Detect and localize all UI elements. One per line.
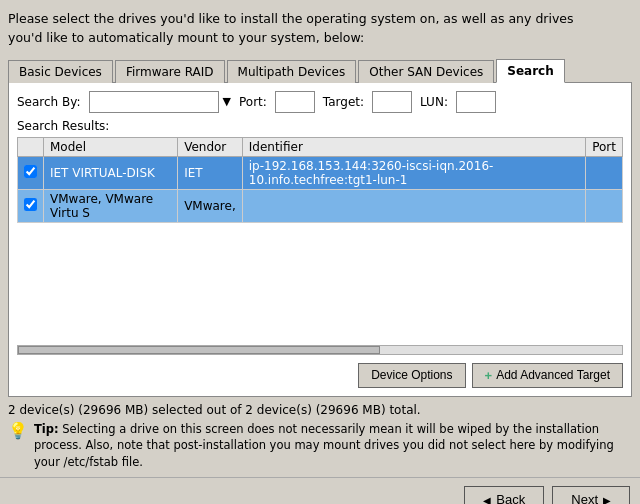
next-arrow-icon xyxy=(603,492,611,504)
row-identifier xyxy=(242,189,585,222)
horizontal-scrollbar[interactable] xyxy=(17,345,623,355)
summary-text: 2 device(s) (29696 MB) selected out of 2… xyxy=(8,403,632,417)
summary-area: 2 device(s) (29696 MB) selected out of 2… xyxy=(0,397,640,477)
search-panel: Search By: ▼ Port: Target: LUN: Search R… xyxy=(8,82,632,397)
lun-input[interactable] xyxy=(456,91,496,113)
next-label: Next xyxy=(571,492,598,504)
row-model: IET VIRTUAL-DISK xyxy=(44,156,178,189)
empty-area xyxy=(17,223,623,343)
target-input[interactable] xyxy=(372,91,412,113)
col-identifier: Identifier xyxy=(242,137,585,156)
scrollbar-thumb[interactable] xyxy=(18,346,380,354)
search-bar: Search By: ▼ Port: Target: LUN: xyxy=(17,91,623,113)
row-checkbox[interactable] xyxy=(18,189,44,222)
search-by-input[interactable] xyxy=(89,91,219,113)
lun-label: LUN: xyxy=(420,95,448,109)
add-advanced-target-button[interactable]: + Add Advanced Target xyxy=(472,363,623,388)
port-label: Port: xyxy=(239,95,267,109)
table-row[interactable]: IET VIRTUAL-DISK IET ip-192.168.153.144:… xyxy=(18,156,623,189)
tab-search[interactable]: Search xyxy=(496,59,564,83)
col-vendor: Vendor xyxy=(178,137,243,156)
dropdown-arrow-icon[interactable]: ▼ xyxy=(223,95,231,108)
row-port xyxy=(586,189,623,222)
target-label: Target: xyxy=(323,95,364,109)
row-vendor: VMware, xyxy=(178,189,243,222)
plus-icon: + xyxy=(485,368,493,383)
tip-row: 💡 Tip: Selecting a drive on this screen … xyxy=(8,421,632,471)
port-input[interactable] xyxy=(275,91,315,113)
tab-firmware-raid[interactable]: Firmware RAID xyxy=(115,60,225,83)
row-identifier: ip-192.168.153.144:3260-iscsi-iqn.2016-1… xyxy=(242,156,585,189)
row-checkbox[interactable] xyxy=(18,156,44,189)
next-button[interactable]: Next xyxy=(552,486,630,504)
device-options-button[interactable]: Device Options xyxy=(358,363,465,388)
tip-content: Selecting a drive on this screen does no… xyxy=(34,422,614,469)
add-advanced-target-label: Add Advanced Target xyxy=(496,368,610,382)
search-by-label: Search By: xyxy=(17,95,81,109)
back-arrow-icon xyxy=(483,492,491,504)
tab-other-san-devices[interactable]: Other SAN Devices xyxy=(358,60,494,83)
table-header-row: Model Vendor Identifier Port xyxy=(18,137,623,156)
tip-icon: 💡 xyxy=(8,421,28,440)
row-checkbox-input[interactable] xyxy=(24,198,37,211)
col-port: Port xyxy=(586,137,623,156)
col-model: Model xyxy=(44,137,178,156)
back-label: Back xyxy=(496,492,525,504)
search-results-label: Search Results: xyxy=(17,119,623,133)
tab-bar: Basic Devices Firmware RAID Multipath De… xyxy=(8,58,632,82)
table-row[interactable]: VMware, VMware Virtu S VMware, xyxy=(18,189,623,222)
results-table: Model Vendor Identifier Port IET VIRTUAL… xyxy=(17,137,623,223)
col-checkbox xyxy=(18,137,44,156)
bottom-bar: Back Next xyxy=(0,477,640,504)
description: Please select the drives you'd like to i… xyxy=(8,10,632,48)
row-port xyxy=(586,156,623,189)
tip-text: Tip: Selecting a drive on this screen do… xyxy=(34,421,632,471)
row-checkbox-input[interactable] xyxy=(24,165,37,178)
row-model: VMware, VMware Virtu S xyxy=(44,189,178,222)
action-buttons: Device Options + Add Advanced Target xyxy=(17,363,623,388)
row-vendor: IET xyxy=(178,156,243,189)
tab-basic-devices[interactable]: Basic Devices xyxy=(8,60,113,83)
tab-multipath-devices[interactable]: Multipath Devices xyxy=(227,60,357,83)
tip-label: Tip: xyxy=(34,422,59,436)
back-button[interactable]: Back xyxy=(464,486,544,504)
